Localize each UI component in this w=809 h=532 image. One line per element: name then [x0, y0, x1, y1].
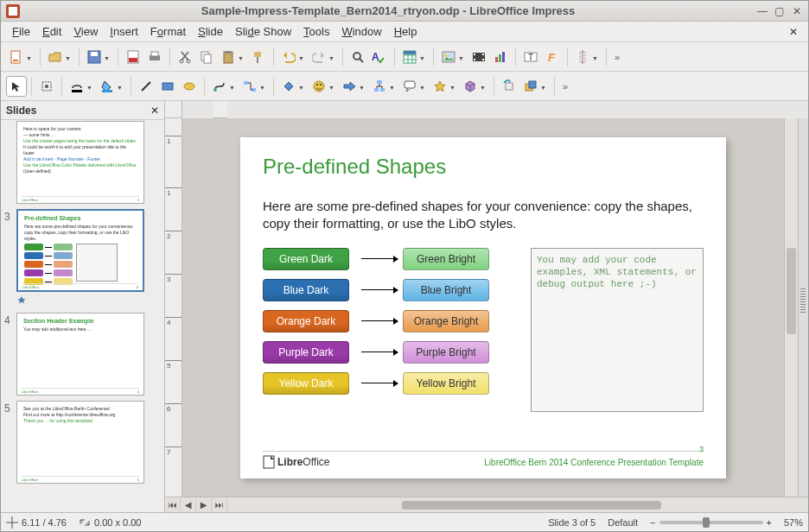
- status-style[interactable]: Default: [608, 517, 638, 528]
- canvas[interactable]: Pre-defined Shapes Here are some pre-def…: [182, 118, 784, 497]
- 3d-button[interactable]: ▼: [460, 76, 481, 97]
- svg-point-41: [45, 85, 48, 88]
- callouts-button[interactable]: ▼: [399, 76, 420, 97]
- table-button[interactable]: ▼: [399, 47, 420, 67]
- arrange-button[interactable]: ▼: [520, 76, 541, 97]
- menu-file[interactable]: File: [6, 22, 36, 41]
- shape-dark[interactable]: Yellow Dark: [263, 372, 349, 395]
- slide-subtitle[interactable]: Here are some pre-defined shapes for you…: [263, 198, 704, 232]
- sidebar-handle[interactable]: [798, 118, 808, 497]
- shape-dark[interactable]: Blue Dark: [263, 279, 349, 301]
- open-button[interactable]: ▼: [45, 47, 66, 67]
- toolbar-overflow[interactable]: »: [611, 52, 621, 62]
- copy-button[interactable]: [196, 47, 217, 67]
- slide-thumbnails[interactable]: Here is space for your content— some hin…: [1, 120, 164, 512]
- svg-point-46: [184, 83, 194, 90]
- standard-toolbar: ▼ ▼ ▼ ▼ ▼ ▼ A ▼ ▼ T F ▼ »: [1, 42, 808, 72]
- clone-formatting-button[interactable]: [248, 47, 269, 67]
- status-size: 0.00 x 0.00: [79, 516, 141, 529]
- menu-window[interactable]: Window: [335, 22, 387, 41]
- close-button[interactable]: ✕: [791, 5, 803, 17]
- connector-tool[interactable]: ▼: [239, 76, 260, 97]
- shape-dark[interactable]: Green Dark: [263, 248, 349, 270]
- flowchart-button[interactable]: ▼: [369, 76, 390, 97]
- select-tool[interactable]: [6, 76, 27, 97]
- symbol-shapes-button[interactable]: ▼: [309, 76, 329, 97]
- media-button[interactable]: [468, 47, 489, 67]
- redo-button[interactable]: ▼: [309, 47, 329, 67]
- align-button[interactable]: ▼: [572, 47, 593, 67]
- thumb-4[interactable]: 4Section Header ExampleYou may add addit…: [4, 313, 161, 396]
- zoom-slider[interactable]: −+: [650, 517, 772, 528]
- shape-dark[interactable]: Purple Dark: [263, 341, 349, 364]
- line-tool[interactable]: [136, 76, 156, 97]
- menu-slide[interactable]: Slide: [192, 22, 229, 41]
- next-slide-button[interactable]: ▶: [196, 498, 212, 512]
- navigation-bar: ⏮ ◀ ▶ ⏭: [165, 497, 808, 512]
- svg-point-52: [320, 84, 322, 86]
- find-button[interactable]: [347, 47, 368, 67]
- shape-bright[interactable]: Yellow Bright: [403, 372, 489, 395]
- svg-rect-56: [404, 81, 415, 88]
- shape-bright[interactable]: Blue Bright: [403, 279, 489, 301]
- slide-title[interactable]: Pre-defined Shapes: [263, 155, 704, 179]
- menu-tools[interactable]: Tools: [297, 22, 335, 41]
- menu-help[interactable]: Help: [388, 22, 424, 41]
- fontwork-button[interactable]: F: [542, 47, 563, 67]
- print-button[interactable]: [144, 47, 165, 67]
- rotate-button[interactable]: [499, 76, 519, 97]
- undo-button[interactable]: ▼: [278, 47, 299, 67]
- new-button[interactable]: ▼: [6, 47, 27, 67]
- thumb-5[interactable]: 5See you at the LibreOffice Berlin Confe…: [4, 401, 161, 484]
- slide[interactable]: Pre-defined Shapes Here are some pre-def…: [240, 137, 726, 478]
- ruler-vertical[interactable]: 11234567: [165, 118, 182, 497]
- maximize-button[interactable]: ▢: [774, 5, 786, 17]
- svg-rect-13: [226, 51, 231, 54]
- arrow-icon: [361, 289, 398, 290]
- slide-panel-close[interactable]: ✕: [150, 104, 159, 117]
- thumb-2[interactable]: Here is space for your content— some hin…: [4, 121, 161, 204]
- menu-edit[interactable]: Edit: [36, 22, 67, 41]
- status-zoom[interactable]: 57%: [784, 517, 803, 528]
- shape-bright[interactable]: Orange Bright: [403, 310, 489, 332]
- menu-format[interactable]: Format: [144, 22, 192, 41]
- stars-button[interactable]: ▼: [430, 76, 450, 97]
- first-slide-button[interactable]: ⏮: [165, 498, 181, 512]
- size-icon: [79, 516, 91, 529]
- shape-bright[interactable]: Purple Bright: [403, 341, 489, 364]
- menu-slideshow[interactable]: Slide Show: [229, 22, 297, 41]
- shape-bright[interactable]: Green Bright: [403, 248, 489, 270]
- menu-insert[interactable]: Insert: [104, 22, 144, 41]
- curve-tool[interactable]: ▼: [209, 76, 230, 97]
- horizontal-scrollbar[interactable]: [229, 500, 782, 510]
- chart-button[interactable]: [490, 47, 511, 67]
- image-button[interactable]: ▼: [438, 47, 459, 67]
- textbox-button[interactable]: T: [520, 47, 541, 67]
- spellcheck-button[interactable]: A: [369, 47, 390, 67]
- save-button[interactable]: ▼: [84, 47, 105, 67]
- document-close-button[interactable]: ✕: [784, 23, 803, 41]
- last-slide-button[interactable]: ⏭: [212, 498, 227, 512]
- cut-button[interactable]: [175, 47, 195, 67]
- fill-color-button[interactable]: ▼: [97, 76, 118, 97]
- line-color-button[interactable]: ▼: [67, 76, 87, 97]
- menu-view[interactable]: View: [67, 22, 104, 41]
- export-pdf-button[interactable]: [123, 47, 143, 67]
- status-slide[interactable]: Slide 3 of 5: [548, 517, 596, 528]
- zoom-pan-button[interactable]: [36, 76, 57, 97]
- workarea: Slides ✕ Here is space for your content—…: [1, 101, 808, 512]
- prev-slide-button[interactable]: ◀: [181, 498, 196, 512]
- minimize-button[interactable]: —: [756, 5, 768, 17]
- rect-tool[interactable]: [157, 76, 178, 97]
- basic-shapes-button[interactable]: ▼: [278, 76, 299, 97]
- thumb-3[interactable]: 3Pre-defined ShapesHere are some pre-def…: [4, 209, 161, 307]
- svg-rect-42: [72, 90, 82, 92]
- block-arrows-button[interactable]: ▼: [339, 76, 360, 97]
- paste-button[interactable]: ▼: [218, 47, 239, 67]
- ellipse-tool[interactable]: [179, 76, 200, 97]
- vertical-scrollbar[interactable]: [784, 118, 798, 497]
- svg-line-44: [142, 82, 150, 91]
- code-box[interactable]: You may add your code examples, XML stat…: [531, 248, 704, 412]
- shape-dark[interactable]: Orange Dark: [263, 310, 349, 332]
- drawing-toolbar-overflow[interactable]: »: [559, 81, 570, 92]
